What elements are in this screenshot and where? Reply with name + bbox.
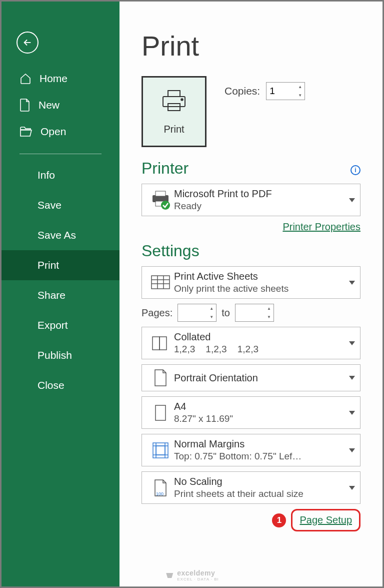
backstage-sidebar: Home New Open Info Save Save As Print Sh…: [2, 2, 120, 586]
printer-status: Ready: [174, 201, 349, 212]
spin-down-icon[interactable]: ▼: [264, 313, 274, 321]
pages-label: Pages:: [142, 307, 172, 319]
setting-scaling[interactable]: 100 No Scaling Print sheets at their act…: [142, 471, 360, 504]
pages-to-label: to: [222, 307, 230, 319]
spin-up-icon[interactable]: ▲: [296, 83, 304, 91]
copies-label: Copies:: [224, 85, 260, 97]
setting-paper-size[interactable]: A4 8.27" x 11.69": [142, 396, 360, 429]
back-button[interactable]: [16, 32, 38, 54]
pages-to-input[interactable]: [236, 304, 264, 321]
watermark-icon: [165, 571, 174, 580]
sheets-icon: [150, 275, 170, 291]
sidebar-item-publish[interactable]: Publish: [2, 340, 120, 370]
print-button-label: Print: [164, 124, 184, 135]
svg-rect-0: [168, 91, 180, 97]
sidebar-item-export[interactable]: Export: [2, 310, 120, 340]
setting-orientation[interactable]: Portrait Orientation: [142, 364, 360, 391]
chevron-down-icon: [349, 411, 355, 415]
svg-rect-8: [152, 276, 170, 289]
pages-from-input[interactable]: [178, 304, 207, 321]
chevron-down-icon: [349, 376, 355, 380]
print-button[interactable]: Print: [142, 76, 206, 147]
printer-heading: Printer: [142, 159, 188, 178]
svg-rect-16: [153, 443, 168, 458]
settings-heading: Settings: [142, 242, 360, 260]
arrow-left-icon: [22, 37, 33, 48]
page-setup-link[interactable]: Page Setup: [300, 514, 352, 526]
chevron-down-icon: [349, 341, 355, 345]
sidebar-item-print[interactable]: Print: [2, 250, 120, 280]
watermark: exceldemy EXCEL · DATA · BI: [165, 569, 219, 581]
collated-icon: [150, 335, 170, 352]
copies-stepper[interactable]: ▲ ▼: [266, 82, 305, 100]
printer-selector[interactable]: Microsoft Print to PDF Ready: [142, 184, 360, 216]
page-title: Print: [142, 30, 360, 62]
home-icon: [20, 73, 32, 85]
spin-up-icon[interactable]: ▲: [207, 304, 216, 313]
print-panel: Print Print Copies: ▲ ▼ Printer i: [120, 2, 382, 586]
portrait-icon: [154, 369, 168, 387]
info-icon[interactable]: i: [350, 165, 360, 175]
printer-icon: [160, 89, 188, 114]
chevron-down-icon: [349, 486, 355, 490]
sidebar-item-home[interactable]: Home: [2, 66, 120, 92]
printer-properties-link[interactable]: Printer Properties: [142, 221, 360, 233]
margins-icon: [152, 442, 169, 459]
sidebar-item-share[interactable]: Share: [2, 280, 120, 310]
svg-point-7: [161, 201, 170, 210]
setting-collation[interactable]: Collated 1,2,3 1,2,3 1,2,3: [142, 327, 360, 359]
svg-rect-17: [156, 446, 165, 455]
sidebar-item-info[interactable]: Info: [2, 160, 120, 190]
chevron-down-icon: [349, 281, 355, 285]
paper-icon: [154, 404, 167, 421]
sidebar-item-label: Open: [40, 126, 66, 138]
printer-name: Microsoft Print to PDF: [174, 188, 349, 200]
svg-text:100: 100: [156, 491, 164, 496]
spin-up-icon[interactable]: ▲: [264, 304, 274, 313]
svg-rect-14: [160, 337, 166, 350]
sidebar-item-label: New: [38, 99, 60, 111]
sidebar-item-new[interactable]: New: [2, 92, 120, 119]
sidebar-item-save[interactable]: Save: [2, 190, 120, 220]
sidebar-item-label: Home: [40, 73, 68, 85]
chevron-down-icon: [349, 448, 355, 452]
annotation-badge: 1: [272, 513, 286, 527]
annotation-callout: Page Setup: [291, 509, 360, 531]
sidebar-item-close[interactable]: Close: [2, 370, 120, 400]
copies-input[interactable]: [266, 83, 296, 100]
open-folder-icon: [20, 126, 32, 137]
scaling-icon: 100: [154, 479, 168, 497]
sidebar-divider: [20, 154, 102, 154]
printer-ready-icon: [150, 190, 172, 210]
chevron-down-icon: [349, 198, 355, 202]
svg-rect-5: [156, 191, 166, 196]
setting-what-to-print[interactable]: Print Active Sheets Only print the activ…: [142, 266, 360, 299]
pages-to-stepper[interactable]: ▲▼: [235, 304, 274, 322]
svg-rect-15: [156, 405, 166, 420]
new-file-icon: [20, 99, 30, 112]
spin-down-icon[interactable]: ▼: [207, 313, 216, 321]
setting-margins[interactable]: Normal Margins Top: 0.75" Bottom: 0.75" …: [142, 434, 360, 466]
svg-rect-13: [152, 337, 160, 350]
sidebar-item-save-as[interactable]: Save As: [2, 220, 120, 250]
svg-point-3: [181, 99, 183, 101]
pages-from-stepper[interactable]: ▲▼: [178, 304, 216, 322]
sidebar-item-open[interactable]: Open: [2, 119, 120, 145]
spin-down-icon[interactable]: ▼: [296, 91, 304, 100]
svg-rect-1: [163, 97, 185, 107]
